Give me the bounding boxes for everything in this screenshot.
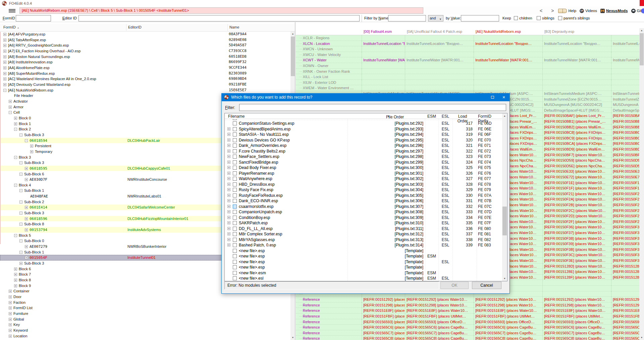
record-value-cell[interactable]: MUSDungeonA [MUSC:0002D4C2] — [611, 102, 639, 108]
record-value-cell[interactable] — [611, 69, 639, 74]
expand-icon[interactable]: + — [227, 243, 230, 246]
record-value-cell[interactable]: [REFR:00156593] (places OfficeD… — [611, 319, 639, 325]
record-value-cell[interactable] — [362, 52, 405, 58]
nav-forward-button[interactable]: > — [551, 8, 554, 13]
expand-icon[interactable]: + — [25, 228, 28, 231]
record-value-cell[interactable]: [REFR:001565C8] (places CageBu… — [611, 336, 639, 340]
record-value-cell[interactable] — [474, 46, 542, 52]
record-value-cell[interactable]: [REFR:00150E33] (places Water10… — [611, 169, 639, 174]
file-checkbox[interactable] — [233, 132, 237, 136]
record-value-cell[interactable] — [542, 52, 611, 58]
expand-icon[interactable]: + — [3, 72, 6, 75]
record-value-cell[interactable] — [474, 69, 542, 74]
record-value-cell[interactable]: [REFR:00150F2D] (places Water10… — [611, 213, 639, 219]
record-value-cell[interactable] — [362, 74, 405, 80]
record-value-cell[interactable]: [REFR:00150BF7] (places Water10… — [611, 152, 639, 158]
record-value-cell[interactable]: [REFR:00150F2F] (places Water10… — [611, 219, 639, 225]
file-checkbox[interactable] — [233, 155, 237, 159]
expand-icon[interactable]: + — [14, 122, 17, 125]
record-value-cell[interactable] — [611, 74, 639, 80]
expand-icon[interactable]: + — [227, 194, 230, 197]
expand-icon[interactable]: + — [227, 221, 230, 224]
record-value-cell[interactable]: [REFR:00150BD9] (places WallEm… — [542, 147, 611, 152]
record-value-cell[interactable]: [REFR:00150D59] (places NpcCha… — [611, 158, 639, 163]
dialog-file-row[interactable]: +CompanionUnpatch.esp[Plugins.txt:308]ES… — [225, 209, 502, 215]
record-value-cell[interactable]: [REFR:00151298] (places Water10… — [362, 302, 405, 308]
record-value-cell[interactable]: [REFR:001565C7] (places CageBu… — [362, 330, 405, 336]
record-value-cell[interactable]: [REFR:001565C6] (places CageBu… — [542, 325, 611, 330]
record-value-cell[interactable]: [REFR:00150BCA] (places FXDrips… — [542, 141, 611, 147]
help-link[interactable]: Help — [558, 9, 576, 13]
record-value-cell[interactable]: [REFR:00150D5E] (places NpcCha… — [611, 163, 639, 169]
expand-icon[interactable]: + — [227, 238, 230, 241]
expand-icon[interactable]: + — [14, 273, 17, 276]
record-value-cell[interactable]: InstituteTunnelWater [WATR:001… — [542, 57, 611, 63]
record-value-cell[interactable] — [542, 80, 611, 86]
record-value-cell[interactable]: [REFR:00150F1E] (places Water10… — [611, 180, 639, 186]
record-value-cell[interactable]: [REFR:00150BAF] (places Loot_Pr… — [542, 113, 611, 119]
record-value-cell[interactable]: [REFR:00150F3B] (places Water10… — [542, 247, 611, 252]
expand-icon[interactable]: + — [9, 100, 12, 103]
tree-col-formid[interactable]: FormID▲ — [3, 25, 19, 29]
record-value-cell[interactable]: [REFR:00150F1F] (places Water10… — [611, 185, 639, 191]
expand-icon[interactable]: + — [9, 323, 12, 326]
cancel-button[interactable]: Cancel — [472, 282, 501, 289]
record-value-cell[interactable]: [REFR:00150BB2] (places WallEm… — [542, 124, 611, 130]
file-checkbox[interactable] — [233, 276, 237, 280]
record-value-cell[interactable]: [REFR:00150BC8] (places FXDrips… — [542, 130, 611, 135]
record-value-cell[interactable]: DefaultImageSpaceF4LUT [IMGS:… — [611, 108, 639, 113]
expand-icon[interactable]: + — [14, 279, 17, 282]
record-scrollbar[interactable]: ▲ ▼ — [639, 28, 644, 340]
record-value-cell[interactable] — [405, 80, 474, 86]
record-value-cell[interactable]: [REFR:00150E72] (places Water10… — [611, 174, 639, 180]
file-checkbox[interactable] — [233, 249, 237, 253]
tree-row[interactable]: +Global — [0, 317, 290, 322]
tree-col-name[interactable]: Name — [229, 25, 239, 29]
file-checkbox[interactable] — [233, 227, 237, 231]
record-value-cell[interactable]: [REFR:00150F3B] (places Water10… — [611, 247, 639, 252]
dialog-file-row[interactable]: +ConditionBoy.esp[Plugins.txt:309]ESL334… — [225, 215, 502, 221]
dialog-file-row[interactable]: +SanctFixedBridge.esp[Plugins.txt:299]ES… — [225, 160, 502, 165]
file-checkbox[interactable] — [233, 160, 237, 164]
record-value-cell[interactable]: [REFR:00150BAF] (places Loot_Pr… — [611, 113, 639, 119]
dialog-scrollbar[interactable]: ▲ ▼ — [502, 113, 507, 281]
record-value-cell[interactable]: [REFR:00151292] (places Water10… — [611, 297, 639, 302]
record-value-cell[interactable]: [REFR:00156593] (places OfficeD… — [542, 319, 611, 325]
expand-icon[interactable]: + — [227, 166, 230, 169]
expand-icon[interactable]: + — [3, 33, 6, 36]
record-value-cell[interactable]: InstituteTunnelWater [WATR:001… — [611, 57, 639, 63]
expand-icon[interactable]: + — [227, 199, 230, 202]
expand-icon[interactable]: + — [25, 178, 28, 181]
record-value-cell[interactable]: [REFR:00151292] (places Water10… — [362, 297, 405, 302]
dialog-file-row[interactable]: +HBD_DressBox.esp[Plugins.txt:303]ESL328… — [225, 182, 502, 187]
record-value-cell[interactable]: InstituteTunnelWater [WATR:001… — [474, 57, 542, 63]
record-value-cell[interactable]: [REFR:00150F2F] (places Water10… — [542, 219, 611, 225]
record-value-cell[interactable]: InstituteTunnelLocation "Входно… — [474, 41, 542, 47]
dialog-file-row[interactable]: +Dank_ArmorOverrides.esp[Plugins.txt:296… — [225, 143, 502, 149]
record-value-cell[interactable] — [362, 69, 405, 74]
record-value-cell[interactable]: [REFR:00150D59] (places NpcCha… — [542, 158, 611, 163]
record-value-cell[interactable]: [REFR:00150F37] (places Water10… — [542, 230, 611, 236]
dialog-file-row[interactable]: +Dank_ECO-INNR.esp[Plugins.txt:306]ESL33… — [225, 198, 502, 204]
record-value-cell[interactable] — [474, 80, 542, 86]
record-value-cell[interactable]: [REFR:00150F3C] (places Water10… — [542, 252, 611, 258]
record-value-cell[interactable] — [362, 85, 405, 91]
record-value-cell[interactable]: [REFR:0015128E] (places Water10… — [611, 269, 639, 275]
record-value-cell[interactable]: [REFR:00150F1E] (places Water10… — [542, 180, 611, 186]
tree-row[interactable]: +Key — [0, 322, 290, 328]
record-value-cell[interactable] — [474, 85, 542, 91]
record-value-cell[interactable]: [REFR:00151E8F] (places Water10… — [611, 308, 639, 314]
record-value-cell[interactable]: InstituteTunnelLocation "Входно… — [542, 41, 611, 47]
record-col-header[interactable]: [AE] NukaWorldReborn.esp — [476, 30, 543, 34]
ok-button[interactable]: OK — [440, 282, 469, 289]
formid-input[interactable] — [16, 15, 51, 21]
dialog-file-row[interactable]: +Bashed Patch, 0.esp[Plugins.txt:314]ESL… — [225, 242, 502, 248]
close-icon[interactable]: ✕ — [498, 94, 509, 101]
record-value-cell[interactable] — [362, 35, 405, 41]
collapse-icon[interactable]: - — [3, 89, 6, 92]
expand-icon[interactable]: + — [9, 290, 12, 293]
dialog-filter-input[interactable] — [239, 104, 506, 111]
record-value-cell[interactable]: InstituteTunnelZone [ECZN:0015… — [611, 97, 639, 102]
record-value-cell[interactable]: [REFR:001565C7] (places CageBu… — [542, 330, 611, 336]
collapse-icon[interactable]: - — [14, 156, 17, 159]
